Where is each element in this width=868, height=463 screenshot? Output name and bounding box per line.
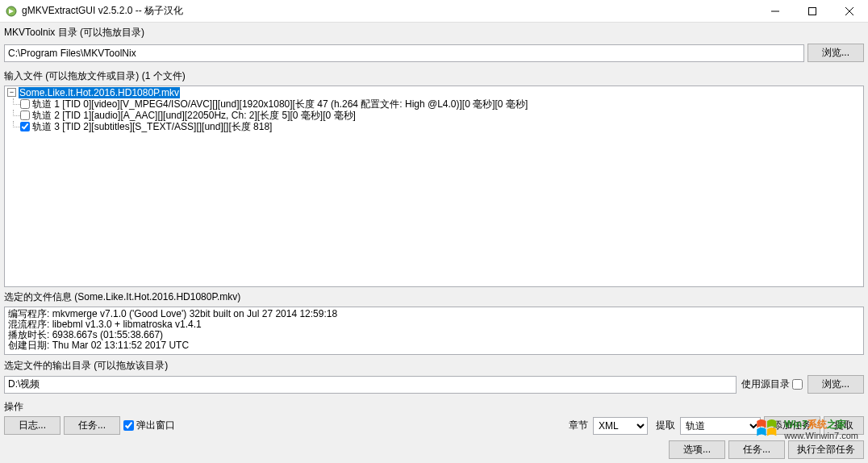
fileinfo-box: 编写程序: mkvmerge v7.1.0 ('Good Love') 32bi… [4, 307, 864, 355]
browse-mkvtoolnix-button[interactable]: 浏览... [807, 44, 864, 62]
track-label: 轨道 2 [TID 1][audio][A_AAC][][und][22050H… [32, 110, 356, 121]
tree-track-item[interactable]: 轨道 3 [TID 2][subtitles][S_TEXT/ASS][][un… [20, 121, 862, 132]
operations-label: 操作 [0, 398, 868, 416]
tree-root-label[interactable]: Some.Like.It.Hot.2016.HD1080P.mkv [19, 87, 180, 98]
add-job-button[interactable]: 添加任务 [764, 416, 820, 435]
track-label: 轨道 3 [TID 2][subtitles][S_TEXT/ASS][][un… [32, 121, 272, 132]
output-dir-label: 选定文件的输出目录 (可以拖放该目录) [0, 355, 868, 375]
use-source-dir-checkbox[interactable]: 使用源目录 [741, 377, 803, 391]
mkvtoolnix-dir-input[interactable] [4, 44, 804, 62]
browse-output-button[interactable]: 浏览... [807, 375, 864, 394]
popup-checkbox[interactable]: 弹出窗口 [123, 419, 175, 432]
title-bar: gMKVExtractGUI v2.5.2.0 -- 杨子汉化 [0, 0, 868, 23]
tree-root[interactable]: − Some.Like.It.Hot.2016.HD1080P.mkv [6, 87, 862, 98]
tree-track-item[interactable]: 轨道 1 [TID 0][video][V_MPEG4/ISO/AVC][][u… [20, 98, 862, 110]
options-button[interactable]: 选项... [669, 440, 725, 459]
chapter-label: 章节 [569, 419, 588, 432]
svg-rect-2 [809, 7, 816, 15]
execute-all-button[interactable]: 执行全部任务 [788, 440, 864, 459]
log-button[interactable]: 日志... [4, 416, 61, 435]
output-dir-input[interactable] [4, 376, 737, 394]
app-icon [5, 5, 18, 18]
collapse-icon[interactable]: − [7, 88, 16, 97]
window-title: gMKVExtractGUI v2.5.2.0 -- 杨子汉化 [22, 4, 757, 18]
track-checkbox[interactable] [20, 111, 30, 120]
input-file-tree[interactable]: − Some.Like.It.Hot.2016.HD1080P.mkv 轨道 1… [4, 86, 864, 287]
chapter-format-select[interactable]: XML [593, 417, 648, 435]
extract-label: 提取 [656, 419, 675, 432]
input-files-label: 输入文件 (可以拖放文件或目录) (1 个文件) [0, 66, 868, 86]
close-button[interactable] [831, 0, 868, 23]
jobs-button[interactable]: 任务... [64, 416, 120, 435]
tree-track-item[interactable]: 轨道 2 [TID 1][audio][A_AAC][][und][22050H… [20, 110, 862, 121]
extract-mode-select[interactable]: 轨道 [680, 417, 761, 435]
extract-button[interactable]: 提取 [824, 416, 864, 435]
minimize-button[interactable] [757, 0, 794, 23]
fileinfo-title: 选定的文件信息 (Some.Like.It.Hot.2016.HD1080P.m… [0, 287, 868, 307]
popup-label: 弹出窗口 [136, 419, 175, 432]
track-checkbox[interactable] [20, 99, 30, 109]
mkvtoolnix-dir-label: MKVToolnix 目录 (可以拖放目录) [0, 23, 868, 42]
use-source-dir-label: 使用源目录 [741, 377, 790, 391]
maximize-button[interactable] [794, 0, 831, 23]
track-checkbox[interactable] [20, 122, 30, 131]
jobs-button-2[interactable]: 任务... [728, 440, 785, 459]
track-label: 轨道 1 [TID 0][video][V_MPEG4/ISO/AVC][][u… [32, 98, 528, 110]
